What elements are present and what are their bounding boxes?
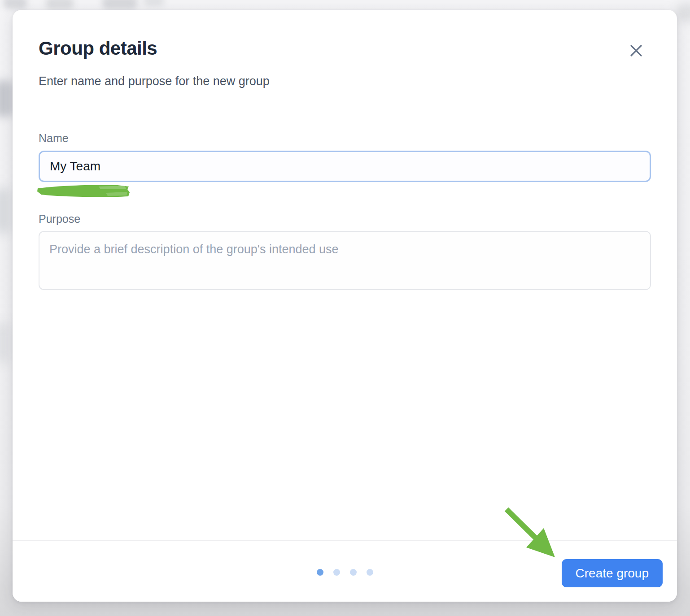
- dialog-footer: Create group: [13, 540, 677, 602]
- group-purpose-textarea[interactable]: [39, 231, 651, 290]
- dialog-subtitle: Enter name and purpose for the new group: [39, 74, 270, 88]
- pagination-dot-3[interactable]: [350, 569, 357, 576]
- blurred-background-element: [0, 188, 11, 233]
- close-icon: [629, 44, 643, 57]
- group-details-dialog: Group details Enter name and purpose for…: [13, 10, 677, 602]
- create-group-button[interactable]: Create group: [562, 559, 663, 587]
- close-button[interactable]: [628, 42, 645, 59]
- blurred-background-element: [0, 81, 13, 117]
- blurred-background-element: [4, 0, 27, 9]
- pagination-dot-2[interactable]: [333, 569, 340, 576]
- pagination-dots: [317, 569, 373, 576]
- purpose-field-label: Purpose: [39, 213, 80, 226]
- blurred-background-element: [677, 4, 690, 22]
- pagination-dot-4[interactable]: [367, 569, 373, 576]
- blurred-background-element: [144, 0, 164, 6]
- blurred-background-element: [102, 0, 137, 9]
- blurred-background-element: [0, 323, 11, 363]
- name-field-label: Name: [39, 132, 69, 145]
- pagination-dot-1[interactable]: [317, 569, 323, 576]
- blurred-background-element: [46, 0, 74, 9]
- page-background: Group details Enter name and purpose for…: [0, 0, 690, 616]
- dialog-title: Group details: [39, 38, 157, 59]
- group-name-input[interactable]: [39, 151, 651, 182]
